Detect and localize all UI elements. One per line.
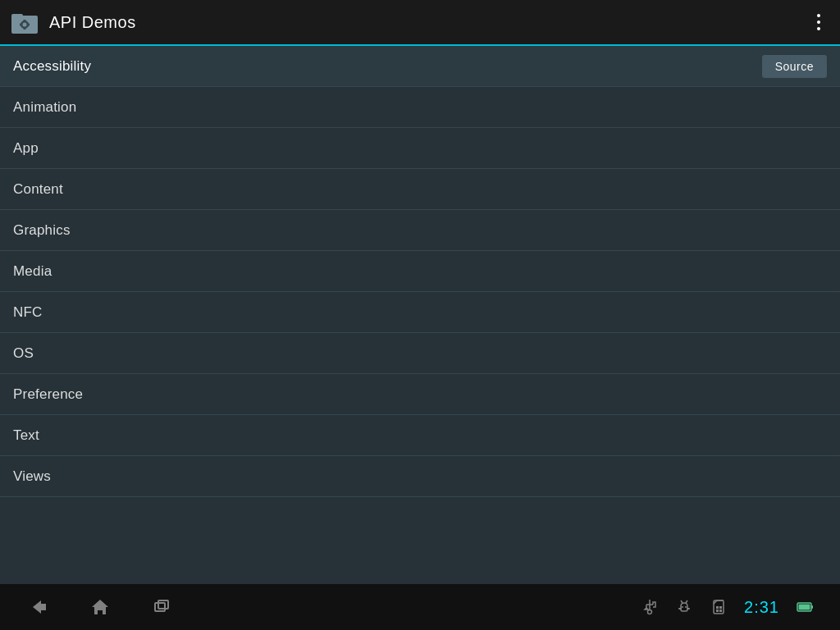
list-item-label: OS [13,345,34,362]
svg-rect-24 [799,605,810,610]
time-display: 2:31 [744,598,779,617]
list-item-accessibility[interactable]: Accessibility Source [0,46,840,87]
svg-point-10 [648,610,652,614]
list-item-graphics[interactable]: Graphics [0,210,840,251]
svg-rect-23 [811,605,813,609]
recent-apps-button[interactable] [151,596,174,619]
sim-icon [710,598,728,616]
list-item-views[interactable]: Views [0,456,840,497]
nav-left [26,596,641,619]
svg-point-11 [682,606,683,608]
list-item-label: Preference [13,386,83,403]
svg-rect-19 [719,606,722,609]
list-item-label: Text [13,427,39,444]
list-item-label: Accessibility [13,58,91,75]
home-button[interactable] [89,596,112,619]
overflow-menu-button[interactable] [804,7,833,37]
dot2 [817,21,820,24]
list-item-label: Views [13,468,51,485]
list-item-label: Media [13,263,52,280]
list-item-label: Graphics [13,222,71,239]
list-item-os[interactable]: OS [0,333,840,374]
app-bar: API Demos [0,0,840,46]
list-item-animation[interactable]: Animation [0,87,840,128]
svg-rect-6 [20,24,22,26]
list-item-nfc[interactable]: NFC [0,292,840,333]
list-item-label: Content [13,181,63,198]
list-item-app[interactable]: App [0,128,840,169]
svg-point-12 [685,606,687,608]
svg-rect-7 [27,24,30,26]
app-icon [10,7,39,37]
list-item-media[interactable]: Media [0,251,840,292]
nav-right: 2:31 [641,598,814,617]
svg-line-14 [686,600,687,603]
list-item-label: NFC [13,304,43,321]
svg-rect-21 [719,609,722,612]
svg-rect-5 [24,27,26,30]
battery-icon [796,598,814,616]
svg-rect-9 [158,600,168,609]
svg-line-13 [681,600,682,603]
svg-point-3 [23,23,27,27]
app-title: API Demos [49,13,804,32]
list-item-label: App [13,140,39,157]
list-item-content[interactable]: Content [0,169,840,210]
back-button[interactable] [26,596,49,619]
svg-rect-20 [716,609,719,612]
dot1 [817,14,820,17]
svg-rect-18 [716,606,719,609]
dot3 [817,27,820,30]
source-button[interactable]: Source [762,55,827,78]
svg-rect-8 [155,603,165,611]
list-item-preference[interactable]: Preference [0,374,840,415]
list-container: Accessibility Source Animation App Conte… [0,46,840,584]
nav-bar: 2:31 [0,584,840,630]
svg-rect-4 [24,20,26,22]
usb-icon [641,598,659,616]
list-item-text[interactable]: Text [0,415,840,456]
list-item-label: Animation [13,99,76,116]
android-icon [675,598,693,616]
svg-rect-1 [11,14,23,19]
